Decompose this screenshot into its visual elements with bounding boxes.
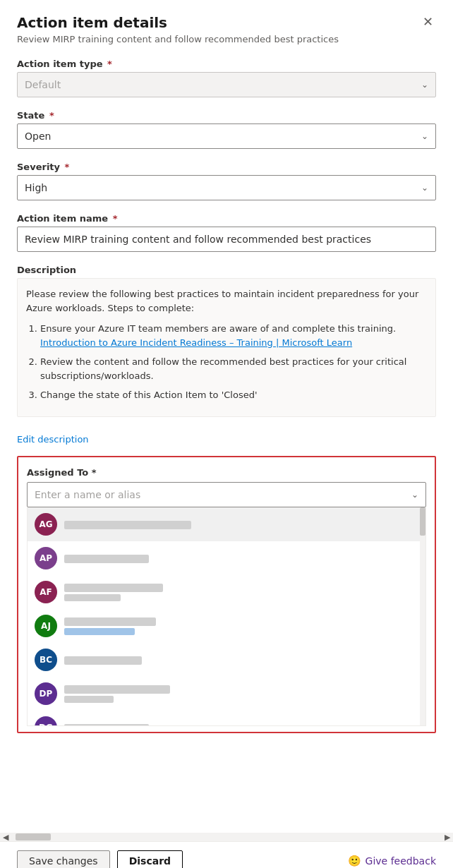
chevron-down-icon: ⌄: [421, 80, 428, 90]
list-item[interactable]: BC: [28, 643, 425, 677]
person-name: [64, 722, 149, 726]
horizontal-scrollbar: ◀ ▶: [0, 833, 453, 841]
person-info: [64, 519, 191, 529]
list-item[interactable]: AG: [28, 507, 425, 541]
panel-subtitle: Review MIRP training content and follow …: [17, 34, 436, 44]
person-info: [64, 683, 170, 704]
person-sub: [64, 694, 170, 704]
person-name: [64, 581, 163, 592]
description-step-1: Ensure your Azure IT team members are aw…: [40, 322, 427, 349]
list-item[interactable]: DG: [28, 711, 425, 726]
avatar: AP: [35, 547, 57, 569]
state-dropdown[interactable]: Open ⌄: [17, 123, 436, 149]
list-item[interactable]: AJ: [28, 609, 425, 643]
person-info: [64, 581, 163, 602]
feedback-icon: 🙂: [348, 855, 361, 867]
list-item[interactable]: AP: [28, 541, 425, 575]
person-sub: [64, 626, 156, 636]
action-item-type-dropdown[interactable]: Default ⌄: [17, 72, 436, 97]
avatar: AJ: [35, 615, 57, 637]
person-name: [64, 654, 142, 665]
person-name: [64, 553, 149, 563]
action-item-name-label: Action item name *: [17, 213, 436, 224]
state-field: State * Open ⌄: [17, 110, 436, 149]
assigned-to-dropdown[interactable]: Enter a name or alias ⌄: [27, 482, 426, 507]
severity-value: High: [25, 182, 47, 193]
assigned-to-section: Assigned To * Enter a name or alias ⌄ AG…: [17, 456, 436, 733]
scrollbar-track: [420, 507, 425, 725]
assigned-to-placeholder: Enter a name or alias: [35, 489, 140, 500]
panel-title: Action item details: [17, 14, 167, 31]
avatar: DP: [35, 682, 57, 705]
training-link[interactable]: Introduction to Azure Incident Readiness…: [40, 337, 352, 348]
severity-field: Severity * High ⌄: [17, 162, 436, 200]
person-name: [64, 615, 156, 626]
person-name: [64, 519, 191, 529]
action-item-name-field: Action item name *: [17, 213, 436, 252]
avatar: AF: [35, 581, 57, 603]
state-label: State *: [17, 110, 436, 121]
description-field: Description Please review the following …: [17, 265, 436, 417]
h-scrollbar-thumb[interactable]: [16, 833, 51, 840]
discard-button[interactable]: Discard: [117, 850, 183, 868]
give-feedback-button[interactable]: 🙂 Give feedback: [348, 855, 436, 867]
description-step-2: Review the content and follow the recomm…: [40, 355, 427, 382]
scroll-left-button[interactable]: ◀: [0, 833, 11, 842]
action-item-panel: Action item details ✕ Review MIRP traini…: [0, 0, 453, 833]
chevron-down-icon: ⌄: [421, 131, 428, 141]
description-step-3: Change the state of this Action Item to …: [40, 388, 427, 402]
avatar: DG: [35, 716, 57, 726]
action-item-name-input[interactable]: [17, 227, 436, 252]
avatar: AG: [35, 513, 57, 536]
action-item-type-value: Default: [25, 79, 61, 90]
description-steps: Ensure your Azure IT team members are aw…: [26, 322, 427, 402]
person-info: [64, 722, 149, 726]
description-label: Description: [17, 265, 436, 275]
action-item-type-label: Action item type *: [17, 59, 436, 69]
list-item[interactable]: DP: [28, 677, 425, 711]
description-para1: Please review the following best practic…: [26, 287, 427, 315]
severity-dropdown[interactable]: High ⌄: [17, 175, 436, 200]
person-sub: [64, 592, 163, 602]
person-name: [64, 683, 170, 694]
edit-description-link[interactable]: Edit description: [17, 434, 89, 445]
people-dropdown-list: AG AP AF AJ: [27, 507, 426, 726]
chevron-down-icon: ⌄: [411, 490, 418, 500]
scrollbar-thumb[interactable]: [420, 507, 425, 536]
action-item-type-field: Action item type * Default ⌄: [17, 59, 436, 97]
scroll-right-button[interactable]: ▶: [442, 833, 453, 842]
avatar: BC: [35, 649, 57, 671]
person-info: [64, 654, 142, 665]
person-info: [64, 615, 156, 636]
close-button[interactable]: ✕: [420, 14, 436, 30]
save-changes-button[interactable]: Save changes: [17, 850, 110, 868]
state-value: Open: [25, 131, 51, 142]
panel-header: Action item details ✕: [17, 14, 436, 31]
severity-label: Severity *: [17, 162, 436, 172]
list-item[interactable]: AF: [28, 575, 425, 609]
footer: Save changes Discard 🙂 Give feedback: [0, 841, 453, 868]
description-content: Please review the following best practic…: [17, 278, 436, 417]
assigned-to-label: Assigned To *: [27, 467, 426, 478]
chevron-down-icon: ⌄: [421, 183, 428, 193]
person-info: [64, 553, 149, 563]
